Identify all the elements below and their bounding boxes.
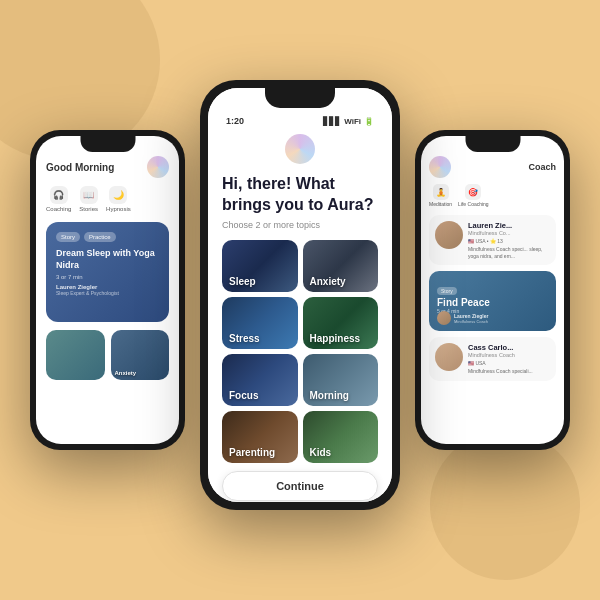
find-peace-author-name: Lauren Ziegler — [454, 313, 488, 319]
left-screen: Good Morning 🎧 Coaching 📖 Stories 🌙 Hypn… — [36, 136, 179, 444]
status-icons: ▋▋▋ WiFi 🔋 — [323, 117, 374, 126]
coach-label: Coach — [528, 162, 556, 172]
topic-focus[interactable]: Focus — [222, 354, 298, 406]
phone-right: Coach 🧘 Meditation 🎯 Life Coaching — [415, 130, 570, 450]
story-duration: 3 or 7 min — [56, 274, 159, 280]
topics-grid: Sleep Anxiety Stress Happi — [222, 240, 378, 463]
life-coaching-icon: 🎯 — [465, 184, 481, 200]
topic-parenting[interactable]: Parenting — [222, 411, 298, 463]
topic-happiness[interactable]: Happiness — [303, 297, 379, 349]
avatar-cass — [435, 343, 463, 371]
greeting-text: Good Morning — [46, 162, 114, 173]
status-time: 1:20 — [226, 116, 244, 126]
status-bar: 1:20 ▋▋▋ WiFi 🔋 — [222, 116, 378, 126]
phones-container: Good Morning 🎧 Coaching 📖 Stories 🌙 Hypn… — [0, 0, 600, 600]
topic-stress[interactable]: Stress — [222, 297, 298, 349]
right-nav-coaching[interactable]: 🎯 Life Coaching — [458, 184, 489, 207]
left-nav: 🎧 Coaching 📖 Stories 🌙 Hypnosis — [46, 186, 169, 212]
right-header: Coach — [429, 156, 556, 178]
aura-logo-left — [147, 156, 169, 178]
right-nav-meditation[interactable]: 🧘 Meditation — [429, 184, 452, 207]
find-peace-badge: Story — [437, 287, 457, 295]
aura-logo-center — [285, 134, 315, 164]
center-screen: 1:20 ▋▋▋ WiFi 🔋 Hi, there! What brings y… — [208, 88, 392, 502]
topic-anxiety[interactable]: Anxiety — [303, 240, 379, 292]
coach-title-cass: Mindfulness Coach — [468, 352, 550, 358]
find-peace-author: Lauren Ziegler Mindfulness Coach — [437, 311, 488, 325]
right-screen: Coach 🧘 Meditation 🎯 Life Coaching — [421, 136, 564, 444]
coach-title-lauren: Mindfulness Co... — [468, 230, 550, 236]
coach-name-lauren: Lauren Zie... — [468, 221, 550, 230]
story-badge: Story — [56, 232, 80, 242]
left-nav-stories[interactable]: 📖 Stories — [79, 186, 98, 212]
coach-flag-lauren: 🇺🇸 USA • ⭐ 13 — [468, 238, 550, 244]
practice-badge: Practice — [84, 232, 116, 242]
coach-desc-cass: Mindfulness Coach speciali... — [468, 368, 550, 375]
coach-flag-cass: 🇺🇸 USA — [468, 360, 550, 366]
coach-info-lauren: Lauren Zie... Mindfulness Co... 🇺🇸 USA •… — [468, 221, 550, 259]
center-content: 1:20 ▋▋▋ WiFi 🔋 Hi, there! What brings y… — [208, 88, 392, 502]
left-content: Good Morning 🎧 Coaching 📖 Stories 🌙 Hypn… — [36, 136, 179, 444]
phone-left: Good Morning 🎧 Coaching 📖 Stories 🌙 Hypn… — [30, 130, 185, 450]
topic-sleep[interactable]: Sleep — [222, 240, 298, 292]
coach-card-cass[interactable]: Cass Carlo... Mindfulness Coach 🇺🇸 USA M… — [429, 337, 556, 381]
left-nav-coaching[interactable]: 🎧 Coaching — [46, 186, 71, 212]
mini-card-anxiety[interactable]: Anxiety — [111, 330, 170, 380]
story-card-left[interactable]: Story Practice Dream Sleep with Yoga Nid… — [46, 222, 169, 322]
find-peace-card[interactable]: Story Find Peace 5 or 4 min Lauren Ziegl… — [429, 271, 556, 331]
left-bottom-cards: Anxiety — [46, 330, 169, 380]
hypnosis-icon: 🌙 — [109, 186, 127, 204]
topic-morning[interactable]: Morning — [303, 354, 379, 406]
avatar-lauren — [435, 221, 463, 249]
right-content: Coach 🧘 Meditation 🎯 Life Coaching — [421, 136, 564, 444]
coach-desc-lauren: Mindfulness Coach speci... sleep, yoga n… — [468, 246, 550, 259]
coaching-icon: 🎧 — [50, 186, 68, 204]
center-title: Hi, there! What brings you to Aura? — [222, 174, 378, 216]
continue-button[interactable]: Continue — [222, 471, 378, 501]
center-subtitle: Choose 2 or more topics — [222, 220, 378, 230]
right-nav: 🧘 Meditation 🎯 Life Coaching — [429, 184, 556, 207]
center-notch — [265, 88, 335, 108]
coach-card-lauren[interactable]: Lauren Zie... Mindfulness Co... 🇺🇸 USA •… — [429, 215, 556, 265]
find-peace-avatar — [437, 311, 451, 325]
story-author-role: Sleep Expert & Psychologist — [56, 290, 159, 296]
find-peace-author-role: Mindfulness Coach — [454, 319, 488, 324]
left-notch — [80, 136, 135, 152]
left-header: Good Morning — [46, 156, 169, 178]
story-title: Dream Sleep with Yoga Nidra — [56, 248, 159, 271]
coach-name-cass: Cass Carlo... — [468, 343, 550, 352]
coach-info-cass: Cass Carlo... Mindfulness Coach 🇺🇸 USA M… — [468, 343, 550, 375]
left-nav-hypnosis[interactable]: 🌙 Hypnosis — [106, 186, 131, 212]
find-peace-title: Find Peace — [437, 297, 548, 308]
right-notch — [465, 136, 520, 152]
mini-card-mountains[interactable] — [46, 330, 105, 380]
aura-logo-right — [429, 156, 451, 178]
phone-center: 1:20 ▋▋▋ WiFi 🔋 Hi, there! What brings y… — [200, 80, 400, 510]
meditation-icon: 🧘 — [433, 184, 449, 200]
stories-icon: 📖 — [80, 186, 98, 204]
topic-kids[interactable]: Kids — [303, 411, 379, 463]
